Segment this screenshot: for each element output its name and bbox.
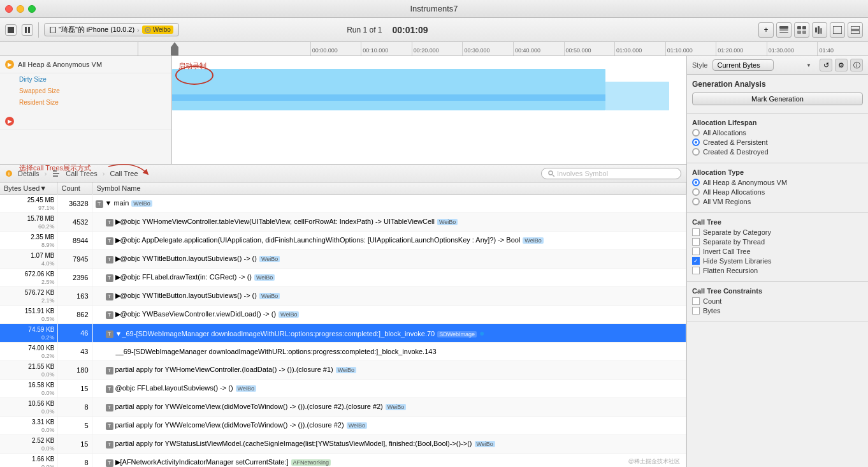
add-instrument-button[interactable]: + [758, 22, 774, 38]
rp-flatten-recursion[interactable]: Flatten Recursion [692, 267, 863, 274]
svg-rect-13 [815, 27, 817, 33]
thread-icon: T [106, 219, 113, 226]
track-row-2[interactable]: ▶ [0, 113, 171, 130]
svg-text:i: i [8, 172, 10, 176]
view-toggle-2[interactable] [794, 22, 809, 38]
table-row[interactable]: 576.72 KB2.1%163T▶@objc YWTitleButton.la… [0, 287, 686, 306]
rp-gear-icon[interactable]: ⚙ [835, 59, 848, 71]
view-toggle-1[interactable] [776, 22, 792, 38]
col-count[interactable]: Count [57, 182, 92, 195]
call-tree-tab[interactable]: Call Tree [110, 170, 138, 177]
playhead[interactable] [171, 42, 178, 56]
table-row[interactable]: 74.00 KB0.2%43__69-[SDWebImageManager do… [0, 343, 686, 361]
table-row[interactable]: 15.78 MB60.2%4532T▶@objc YWHomeViewContr… [0, 213, 686, 232]
cell-bytes: 672.06 KB2.5% [0, 269, 57, 287]
track-option-dirty[interactable]: Dirty Size [0, 73, 171, 85]
svg-rect-14 [818, 26, 820, 34]
thread-icon: T [106, 274, 113, 282]
rp-alloc-heap-anon-radio [692, 179, 700, 186]
thread-icon: T [106, 311, 113, 319]
close-button[interactable] [5, 5, 13, 13]
zoom-button[interactable] [28, 5, 36, 13]
rp-invert-call-tree[interactable]: Invert Call Tree [692, 248, 863, 255]
lib-badge: WeiBo [475, 441, 495, 447]
rp-lifespan-persistent[interactable]: Created & Persistent [692, 138, 863, 146]
tracks-area: ▶ All Heap & Anonymous VM Dirty Size Swa… [0, 56, 686, 165]
rp-style-select[interactable]: Current Bytes [712, 59, 774, 71]
svg-rect-21 [605, 82, 669, 110]
table-container[interactable]: Bytes Used▼ Count Symbol Name 25.45 MB97… [0, 182, 686, 467]
view-toggle-4[interactable] [830, 22, 845, 38]
rp-lifespan-all[interactable]: All Allocations [692, 129, 863, 137]
rp-style-select-wrap[interactable]: Current Bytes [712, 59, 814, 71]
rp-bytes-constraint[interactable]: Bytes [692, 307, 863, 315]
view-toggle-3[interactable] [812, 22, 827, 38]
rp-style-label: Style [692, 61, 707, 69]
device-selector[interactable]: "琦磊"的 iPhone (10.0.2) › Weibo [44, 23, 179, 36]
rp-bytes-label: Bytes [703, 307, 721, 315]
svg-rect-15 [820, 28, 822, 34]
track-row-1[interactable]: ▶ All Heap & Anonymous VM [0, 56, 171, 73]
ruler-tick-10: 01:40 [817, 42, 868, 56]
mark-generation-button[interactable]: Mark Generation [692, 93, 863, 105]
table-row[interactable]: 3.31 KB0.0%5Tpartial apply for YWWelcome… [0, 417, 686, 435]
chevron-right-icon: › [137, 26, 140, 34]
view-segments: i Details › Call Trees › Call Tree [5, 170, 138, 177]
table-row[interactable]: 16.58 KB0.0%15T@objc FFLabel.layoutSubvi… [0, 380, 686, 398]
rp-invert-call-tree-checkbox [692, 248, 700, 255]
svg-rect-22 [172, 94, 605, 101]
rp-alloc-vm-label: All VM Regions [703, 198, 751, 205]
ruler-tick-2: 00:20.000 [412, 42, 463, 56]
rp-separate-thread[interactable]: Separate by Thread [692, 238, 863, 246]
cell-count: 43 [57, 343, 92, 361]
cell-bytes: 74.59 KB0.2% [0, 324, 57, 343]
table-row[interactable]: 672.06 KB2.5%2396T▶@objc FFLabel.drawTex… [0, 269, 686, 287]
track-chart[interactable]: 启动录制 [172, 56, 686, 164]
track-option-resident[interactable]: Resident Size [0, 96, 171, 108]
table-body: 25.45 MB97.1%36328T▼ mainWeiBo15.78 MB60… [0, 195, 686, 468]
pause-button[interactable] [22, 24, 33, 36]
cell-bytes: 10.56 KB0.0% [0, 398, 57, 417]
call-trees-tab[interactable]: Call Trees [66, 170, 98, 177]
tab-separator-1: › [45, 170, 47, 177]
rp-hide-system[interactable]: ✓ Hide System Libraries [692, 257, 863, 265]
rp-count-constraint[interactable]: Count [692, 297, 863, 305]
rp-info-icon[interactable]: ⓘ [850, 59, 863, 71]
minimize-button[interactable] [17, 5, 24, 13]
rp-separate-category[interactable]: Separate by Category [692, 228, 863, 236]
rp-lifespan-title: Allocation Lifespan [692, 119, 863, 126]
col-symbol[interactable]: Symbol Name [92, 182, 686, 195]
table-row[interactable]: 151.91 KB0.5%862T▶@objc YWBaseViewContro… [0, 306, 686, 324]
thread-icon: T [106, 330, 113, 338]
table-row[interactable]: 21.55 KB0.0%180Tpartial apply for YWHome… [0, 361, 686, 380]
tab-separator-2: › [103, 170, 105, 177]
table-row[interactable]: 1.07 MB4.0%7945T▶@objc YWTitleButton.lay… [0, 250, 686, 269]
titlebar: Instruments7 [0, 0, 868, 18]
stop-button[interactable] [5, 24, 17, 36]
track-option-swapped[interactable]: Swapped Size [0, 85, 171, 96]
details-tab[interactable]: Details [18, 170, 40, 177]
view-toggle-5[interactable] [848, 22, 863, 38]
rp-lifespan-persistent-radio [692, 138, 700, 146]
rp-alloc-vm[interactable]: All VM Regions [692, 198, 863, 205]
rp-alloc-heap[interactable]: All Heap Allocations [692, 188, 863, 196]
table-row[interactable]: 2.52 KB0.0%15Tpartial apply for YWStatus… [0, 435, 686, 454]
table-row[interactable]: 10.56 KB0.0%8Tpartial apply for YWWelcom… [0, 398, 686, 417]
rp-separate-category-label: Separate by Category [703, 228, 771, 236]
cell-symbol: T▶@objc YWBaseViewController.viewDidLoad… [92, 306, 686, 324]
cell-bytes: 74.00 KB0.2% [0, 343, 57, 361]
table-row[interactable]: 25.45 MB97.1%36328T▼ mainWeiBo [0, 195, 686, 213]
toolbar-right: + [758, 22, 863, 38]
search-box[interactable]: Involves Symbol [541, 168, 681, 179]
cell-count: 46 [57, 324, 92, 343]
rp-alloc-heap-anon[interactable]: All Heap & Anonymous VM [692, 179, 863, 186]
cell-count: 36328 [57, 195, 92, 213]
rp-refresh-icon[interactable]: ↺ [820, 59, 832, 71]
col-bytes[interactable]: Bytes Used▼ [0, 182, 57, 195]
cell-symbol: T▶@objc FFLabel.drawText(in: CGRect) -> … [92, 269, 686, 287]
table-row[interactable]: 2.35 MB8.9%8944T▶@objc AppDelegate.appli… [0, 232, 686, 250]
rp-lifespan-destroyed[interactable]: Created & Destroyed [692, 148, 863, 156]
thread-icon: T [106, 367, 113, 374]
table-row[interactable]: 1.66 KB0.0%8T▶[AFNetworkActivityIndicato… [0, 454, 686, 468]
table-row[interactable]: 74.59 KB0.2%46T▼_69-[SDWebImageManager d… [0, 324, 686, 343]
